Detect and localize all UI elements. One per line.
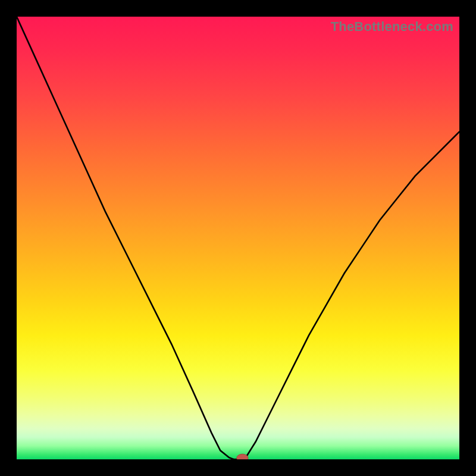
- curve-right-branch: [245, 131, 459, 459]
- outer-frame: TheBottleneck.com: [0, 0, 476, 476]
- chart-svg: [17, 17, 459, 459]
- watermark-text: TheBottleneck.com: [331, 19, 453, 35]
- plot-area: TheBottleneck.com: [17, 17, 459, 459]
- minimum-marker: [237, 454, 248, 459]
- curve-left-branch: [17, 17, 234, 459]
